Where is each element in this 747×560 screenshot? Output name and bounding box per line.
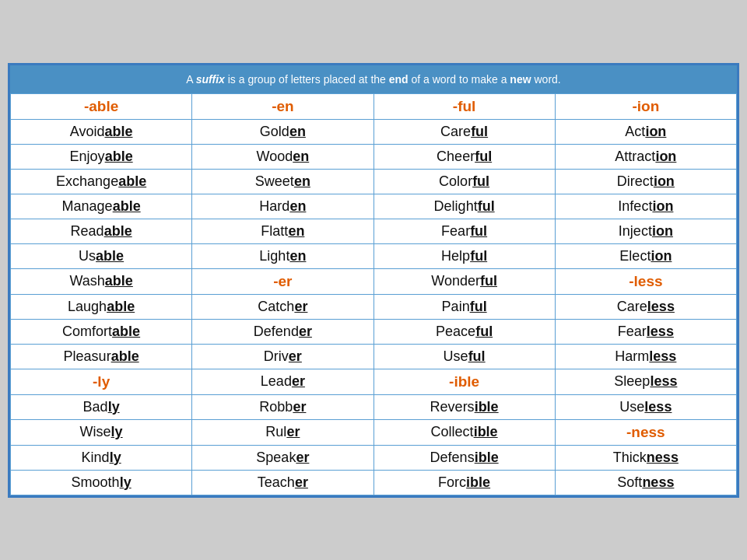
table-cell: -er (192, 268, 374, 294)
table-cell: Lighten (192, 243, 374, 268)
table-cell: Robber (192, 394, 374, 419)
table-cell: Peaceful (374, 319, 555, 344)
table-cell: Harden (192, 194, 374, 219)
table-cell: Wonderful (374, 268, 555, 294)
table-cell: Collectible (374, 419, 555, 445)
table-cell: Reversible (374, 394, 555, 419)
table-cell: Injection (555, 219, 736, 243)
table-cell: Badly (11, 394, 192, 419)
table-cell: Careless (555, 294, 736, 319)
table-cell: Helpful (374, 243, 555, 268)
word-table: -able-en-ful-ionAvoidableGoldenCarefulAc… (10, 93, 737, 495)
table-cell: Delightful (374, 194, 555, 219)
table-cell: -ly (11, 369, 192, 394)
table-cell: Speaker (192, 445, 374, 470)
table-cell: Softness (555, 470, 736, 495)
table-cell: Washable (11, 268, 192, 294)
table-cell: Exchangeable (11, 169, 192, 194)
table-cell: Ruler (192, 419, 374, 445)
table-cell: Sleepless (555, 369, 736, 394)
page-header: A suffix is a group of letters placed at… (10, 65, 737, 93)
subtitle: A suffix is a group of letters placed at… (19, 73, 728, 86)
main-container: A suffix is a group of letters placed at… (8, 63, 739, 498)
table-cell: Direction (555, 169, 736, 194)
table-cell: Wisely (11, 419, 192, 445)
column-header: -ion (555, 93, 736, 119)
table-cell: Fearless (555, 319, 736, 344)
table-cell: Enjoyable (11, 144, 192, 169)
table-cell: Usable (11, 243, 192, 268)
table-cell: Fearful (374, 219, 555, 243)
column-header: -able (11, 93, 192, 119)
table-cell: Attraction (555, 144, 736, 169)
table-cell: Catcher (192, 294, 374, 319)
table-cell: Defender (192, 319, 374, 344)
table-cell: Smoothly (11, 470, 192, 495)
table-cell: Useless (555, 394, 736, 419)
table-cell: Teacher (192, 470, 374, 495)
table-cell: Laughable (11, 294, 192, 319)
suffix-italic: suffix (196, 73, 225, 86)
table-cell: Kindly (11, 445, 192, 470)
table-cell: -ible (374, 369, 555, 394)
table-cell: Cheerful (374, 144, 555, 169)
table-cell: Sweeten (192, 169, 374, 194)
column-header: -en (192, 93, 374, 119)
table-cell: Harmless (555, 344, 736, 369)
table-cell: -less (555, 268, 736, 294)
table-cell: Leader (192, 369, 374, 394)
table-cell: Defensible (374, 445, 555, 470)
table-cell: Comfortable (11, 319, 192, 344)
table-cell: Colorful (374, 169, 555, 194)
table-cell: Painful (374, 294, 555, 319)
table-cell: Avoidable (11, 119, 192, 144)
new-bold: new (510, 73, 531, 86)
table-cell: Useful (374, 344, 555, 369)
table-cell: Pleasurable (11, 344, 192, 369)
column-header: -ful (374, 93, 555, 119)
table-cell: Golden (192, 119, 374, 144)
table-cell: Forcible (374, 470, 555, 495)
table-cell: -ness (555, 419, 736, 445)
table-cell: Driver (192, 344, 374, 369)
table-cell: Infection (555, 194, 736, 219)
end-bold: end (389, 73, 409, 86)
table-cell: Action (555, 119, 736, 144)
table-cell: Election (555, 243, 736, 268)
table-cell: Careful (374, 119, 555, 144)
table-cell: Flatten (192, 219, 374, 243)
table-cell: Wooden (192, 144, 374, 169)
table-cell: Readable (11, 219, 192, 243)
table-cell: Thickness (555, 445, 736, 470)
table-cell: Manageable (11, 194, 192, 219)
